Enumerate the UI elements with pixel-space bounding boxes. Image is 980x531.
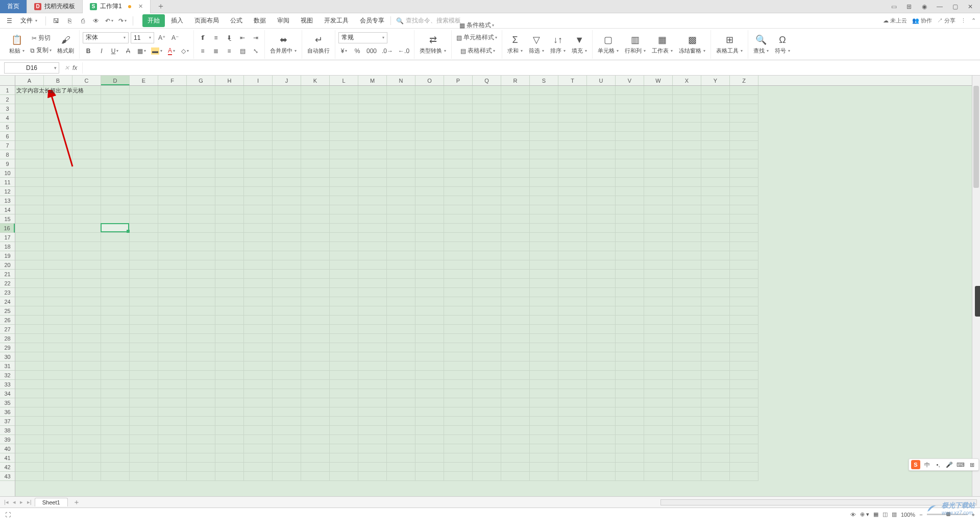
cell[interactable] — [501, 371, 530, 380]
cell[interactable] — [358, 380, 387, 389]
cell[interactable] — [130, 398, 158, 407]
align-right-button[interactable]: ≡ — [224, 45, 235, 57]
cell[interactable] — [15, 224, 44, 233]
cell[interactable] — [730, 361, 758, 371]
row-header-1[interactable]: 1 — [0, 86, 15, 95]
cell[interactable] — [473, 251, 501, 260]
cell[interactable] — [72, 334, 101, 343]
cell[interactable] — [130, 444, 158, 453]
cell[interactable] — [301, 159, 330, 168]
cell[interactable] — [558, 178, 587, 187]
row-header-8[interactable]: 8 — [0, 150, 15, 159]
cell[interactable] — [387, 316, 415, 325]
cell[interactable] — [387, 214, 415, 224]
cell[interactable] — [15, 472, 44, 481]
cell[interactable] — [530, 389, 558, 398]
cell[interactable] — [244, 187, 273, 196]
row-header-34[interactable]: 34 — [0, 389, 15, 398]
cell[interactable] — [673, 260, 701, 270]
cell[interactable] — [15, 168, 44, 178]
cell[interactable] — [244, 104, 273, 113]
cell[interactable] — [330, 260, 358, 270]
cell[interactable] — [158, 352, 187, 361]
menu-tab-start[interactable]: 开始 — [142, 14, 165, 27]
save-icon[interactable]: 🖫 — [51, 16, 61, 26]
cell[interactable] — [187, 270, 215, 279]
cell[interactable] — [187, 242, 215, 251]
menu-tab-page-layout[interactable]: 页面布局 — [189, 14, 224, 27]
cell[interactable] — [44, 316, 72, 325]
cell[interactable] — [415, 325, 444, 334]
cell[interactable] — [387, 251, 415, 260]
cell[interactable] — [301, 178, 330, 187]
cell[interactable] — [244, 426, 273, 435]
cell[interactable] — [101, 150, 130, 159]
cell[interactable] — [730, 453, 758, 463]
cell[interactable] — [415, 435, 444, 444]
cell[interactable]: 文字内容太长超出了单元格 — [15, 86, 44, 95]
cell[interactable] — [444, 343, 473, 352]
cell[interactable] — [44, 196, 72, 205]
ime-lang-button[interactable]: 中 — [922, 460, 932, 469]
column-header-M[interactable]: M — [358, 76, 387, 85]
cell[interactable] — [587, 380, 616, 389]
cell[interactable] — [473, 417, 501, 426]
cell[interactable] — [644, 417, 673, 426]
cell[interactable] — [358, 86, 387, 95]
copy-button[interactable]: ⧉ 复制▾ — [29, 45, 53, 56]
cell[interactable] — [130, 178, 158, 187]
cell[interactable] — [730, 214, 758, 224]
cell[interactable] — [330, 288, 358, 297]
cell[interactable] — [558, 463, 587, 472]
cell[interactable] — [215, 242, 244, 251]
indent-increase-button[interactable]: ⇥ — [250, 32, 261, 43]
cell[interactable] — [358, 361, 387, 371]
cell[interactable] — [101, 86, 130, 95]
cell[interactable] — [358, 178, 387, 187]
cell[interactable] — [244, 233, 273, 242]
row-header-11[interactable]: 11 — [0, 178, 15, 187]
cell[interactable] — [273, 242, 301, 251]
cell[interactable] — [616, 233, 644, 242]
cell[interactable] — [330, 123, 358, 132]
cell[interactable] — [330, 407, 358, 417]
cell[interactable] — [501, 95, 530, 104]
row-header-25[interactable]: 25 — [0, 306, 15, 316]
column-header-A[interactable]: A — [15, 76, 44, 85]
cell[interactable] — [616, 389, 644, 398]
cell[interactable] — [387, 242, 415, 251]
cell[interactable] — [673, 95, 701, 104]
cell[interactable] — [301, 224, 330, 233]
cell[interactable] — [473, 426, 501, 435]
cell[interactable] — [72, 224, 101, 233]
cell[interactable] — [415, 270, 444, 279]
cell[interactable] — [644, 306, 673, 316]
cell[interactable] — [730, 352, 758, 361]
cell[interactable] — [44, 159, 72, 168]
cell[interactable] — [215, 251, 244, 260]
cell[interactable] — [473, 123, 501, 132]
cell[interactable] — [215, 279, 244, 288]
cell[interactable] — [473, 288, 501, 297]
cell[interactable] — [158, 316, 187, 325]
cell[interactable] — [387, 325, 415, 334]
cell[interactable] — [101, 113, 130, 123]
cell[interactable] — [187, 297, 215, 306]
cell[interactable] — [101, 352, 130, 361]
cell[interactable] — [473, 435, 501, 444]
cell[interactable] — [187, 306, 215, 316]
cell[interactable] — [444, 453, 473, 463]
cell[interactable] — [673, 472, 701, 481]
cell[interactable] — [273, 316, 301, 325]
cell[interactable] — [130, 334, 158, 343]
cell[interactable] — [301, 361, 330, 371]
row-header-9[interactable]: 9 — [0, 159, 15, 168]
cell[interactable] — [273, 196, 301, 205]
column-header-Z[interactable]: Z — [730, 76, 758, 85]
cell[interactable] — [101, 389, 130, 398]
cell[interactable] — [701, 361, 730, 371]
cell[interactable] — [387, 168, 415, 178]
row-header-3[interactable]: 3 — [0, 104, 15, 113]
cell[interactable] — [158, 361, 187, 371]
row-header-17[interactable]: 17 — [0, 233, 15, 242]
